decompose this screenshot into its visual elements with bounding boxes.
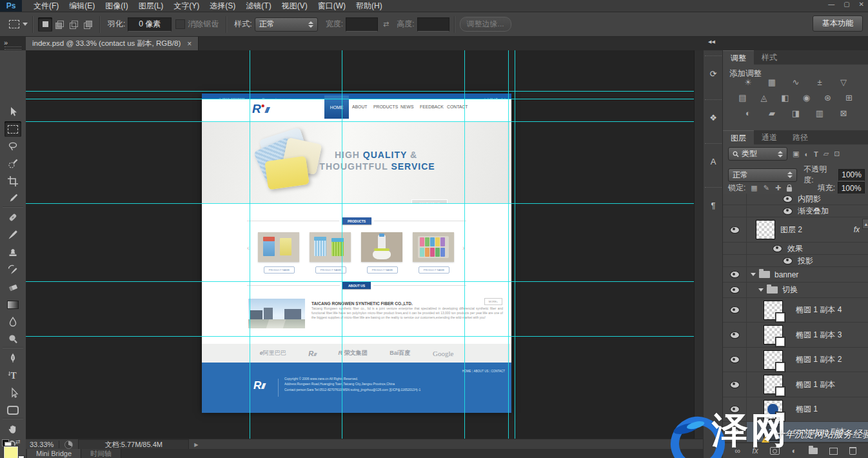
menu-edit[interactable]: 编辑(E) <box>64 0 100 12</box>
visibility-eye-icon[interactable] <box>730 286 740 294</box>
layer-style-icon[interactable]: fx <box>753 446 758 455</box>
delete-layer-icon[interactable] <box>849 447 856 455</box>
status-flyout-arrow[interactable]: ▶ <box>194 442 198 448</box>
site-nav-feedback[interactable]: FEEDBACK <box>420 102 444 110</box>
selection-intersect-button[interactable] <box>81 17 95 32</box>
document-size-field[interactable]: 文档:5.77M/85.4M <box>78 439 189 450</box>
tab-paths[interactable]: 路径 <box>785 130 816 144</box>
path-selection-tool[interactable] <box>5 385 21 401</box>
tool-preset-picker[interactable] <box>9 20 28 28</box>
layer-group-row[interactable]: banner <box>723 267 868 283</box>
product-name-button[interactable]: PRODUCT NAME <box>367 266 398 274</box>
layer-effect-row[interactable]: 投影 <box>723 255 868 267</box>
footer-link-about[interactable]: ABOUT US <box>473 370 488 373</box>
pen-tool[interactable] <box>5 350 21 366</box>
visibility-eye-icon[interactable] <box>783 257 793 264</box>
menu-select[interactable]: 选择(S) <box>204 0 241 12</box>
move-tool[interactable] <box>5 104 21 119</box>
company-photo[interactable] <box>248 299 305 328</box>
tab-close-icon[interactable]: × <box>187 39 192 48</box>
filter-shape-icon[interactable]: ▱ <box>824 150 829 158</box>
guide-vertical[interactable] <box>515 50 515 439</box>
new-group-icon[interactable] <box>809 448 818 454</box>
photo-filter-icon[interactable]: ◉ <box>800 93 814 103</box>
menu-image[interactable]: 图像(I) <box>100 0 133 12</box>
restore-icon[interactable]: ▢ <box>843 1 849 8</box>
vibrance-icon[interactable]: ▽ <box>836 77 851 87</box>
filter-adjustment-icon[interactable]: ◐ <box>804 150 809 158</box>
exposure-icon[interactable]: ± <box>813 77 827 87</box>
document-tab[interactable]: index.psd @ 33.3% (contact us 副本, RGB/8)… <box>26 37 199 50</box>
blur-tool[interactable] <box>5 314 21 330</box>
footer-link-contact[interactable]: CONTACT <box>491 370 505 373</box>
color-lookup-icon[interactable]: ⊞ <box>842 93 856 103</box>
layer-thumbnail[interactable] <box>764 375 783 394</box>
product-image[interactable] <box>413 232 454 262</box>
visibility-eye-icon[interactable] <box>783 208 793 215</box>
visibility-eye-icon[interactable] <box>730 332 740 339</box>
channel-mixer-icon[interactable]: ⊛ <box>821 93 835 103</box>
visibility-eye-icon[interactable] <box>730 406 740 413</box>
layer-row-selected[interactable]: T contact us 副本 <box>723 422 868 443</box>
shape-tool[interactable] <box>5 403 21 418</box>
black-white-icon[interactable]: ◧ <box>778 93 793 103</box>
crop-tool[interactable] <box>5 174 21 189</box>
rectangular-marquee-tool[interactable] <box>5 121 21 137</box>
selection-new-button[interactable] <box>38 17 52 32</box>
toolbar-gripper[interactable] <box>5 46 21 50</box>
guide-horizontal[interactable] <box>26 121 694 122</box>
layer-group-row[interactable]: 切换 <box>723 283 868 298</box>
levels-icon[interactable]: ▦ <box>765 77 779 87</box>
paragraph-panel-icon[interactable]: ¶ <box>705 187 722 223</box>
style-dropdown[interactable]: 正常 <box>255 17 318 32</box>
layer-row[interactable]: 椭圆 1 副本 <box>723 372 868 397</box>
swap-colors-icon[interactable]: ⇄ <box>15 439 21 445</box>
site-nav-products[interactable]: PRODUCTS <box>373 102 398 110</box>
blend-mode-dropdown[interactable]: 正常 <box>728 168 797 182</box>
menu-type[interactable]: 文字(Y) <box>168 0 204 12</box>
guide-vertical[interactable] <box>508 50 509 439</box>
visibility-eye-icon[interactable] <box>773 245 782 252</box>
site-nav-about[interactable]: ABOUT <box>352 102 367 110</box>
lock-all-icon[interactable] <box>787 187 792 192</box>
site-nav-news[interactable]: NEWS <box>400 102 413 110</box>
fx-badge[interactable]: fx <box>854 225 860 234</box>
partner-baidu[interactable]: Bai百度 <box>390 349 410 357</box>
lasso-tool[interactable] <box>5 139 21 154</box>
product-name-button[interactable]: PRODUCT NAME <box>419 266 449 274</box>
layer-thumbnail[interactable] <box>756 220 775 239</box>
zoom-level-field[interactable]: 33.33% <box>30 441 54 448</box>
product-name-button[interactable]: PRODUCT NAME <box>264 266 295 274</box>
swap-wh-icon[interactable]: ⇄ <box>383 20 389 28</box>
layer-effect-row[interactable]: 内阴影 <box>723 194 868 205</box>
properties-panel-icon[interactable]: ❖ <box>705 99 722 135</box>
tab-mini-bridge[interactable]: Mini Bridge <box>27 449 81 458</box>
tab-channels[interactable]: 通道 <box>754 130 785 144</box>
gradient-map-icon[interactable]: ▥ <box>813 108 827 118</box>
threshold-icon[interactable]: ◨ <box>789 108 803 118</box>
layer-thumbnail[interactable] <box>764 325 783 344</box>
visibility-eye-icon[interactable] <box>730 381 740 388</box>
guide-vertical[interactable] <box>250 50 250 439</box>
group-expand-triangle[interactable] <box>758 288 764 292</box>
feather-input[interactable] <box>128 17 172 32</box>
antialias-checkbox[interactable] <box>175 19 185 29</box>
height-input[interactable] <box>417 17 449 32</box>
selection-subtract-button[interactable] <box>66 17 81 32</box>
about-more-button[interactable]: MORE+ <box>484 298 502 305</box>
close-icon[interactable]: ✕ <box>859 1 864 8</box>
site-logo[interactable]: R●/// <box>252 102 268 116</box>
add-mask-icon[interactable] <box>770 447 780 455</box>
lock-pixels-icon[interactable]: ✎ <box>764 184 769 192</box>
history-panel-icon[interactable]: ⟳ <box>705 55 722 91</box>
canvas-scroll-gutter[interactable] <box>694 50 704 439</box>
menu-layer[interactable]: 图层(L) <box>133 0 169 12</box>
menu-view[interactable]: 视图(V) <box>277 0 313 12</box>
width-input[interactable] <box>346 17 378 32</box>
layer-effect-row[interactable]: 效果 <box>723 243 868 255</box>
history-brush-tool[interactable] <box>5 262 21 277</box>
scrollbar-up-arrow[interactable]: ▲ <box>862 219 868 229</box>
character-panel-icon[interactable]: A <box>705 143 722 179</box>
filter-type-icon[interactable]: T <box>814 150 818 158</box>
guide-horizontal[interactable] <box>26 281 694 282</box>
